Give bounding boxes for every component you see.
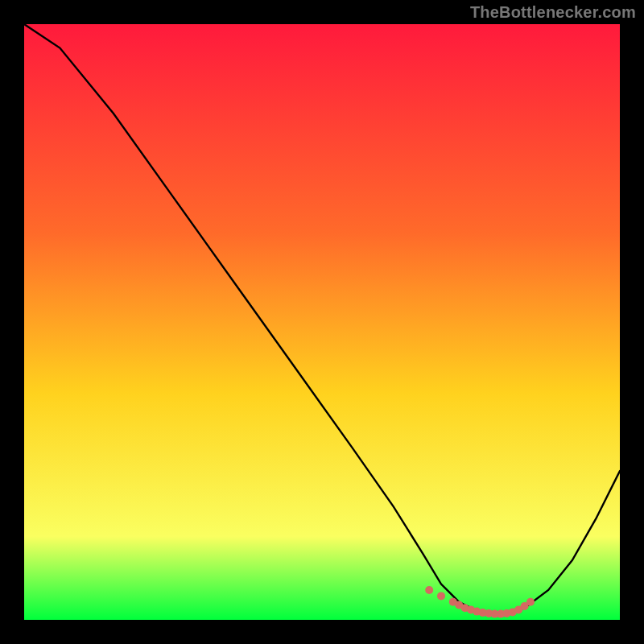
optimal-dot	[425, 586, 433, 594]
chart-stage: TheBottlenecker.com	[0, 0, 644, 644]
bottleneck-chart	[24, 24, 620, 620]
plot-area	[24, 24, 620, 620]
optimal-dot	[526, 598, 535, 606]
optimal-dot	[437, 592, 445, 600]
attribution-label: TheBottlenecker.com	[470, 3, 636, 22]
